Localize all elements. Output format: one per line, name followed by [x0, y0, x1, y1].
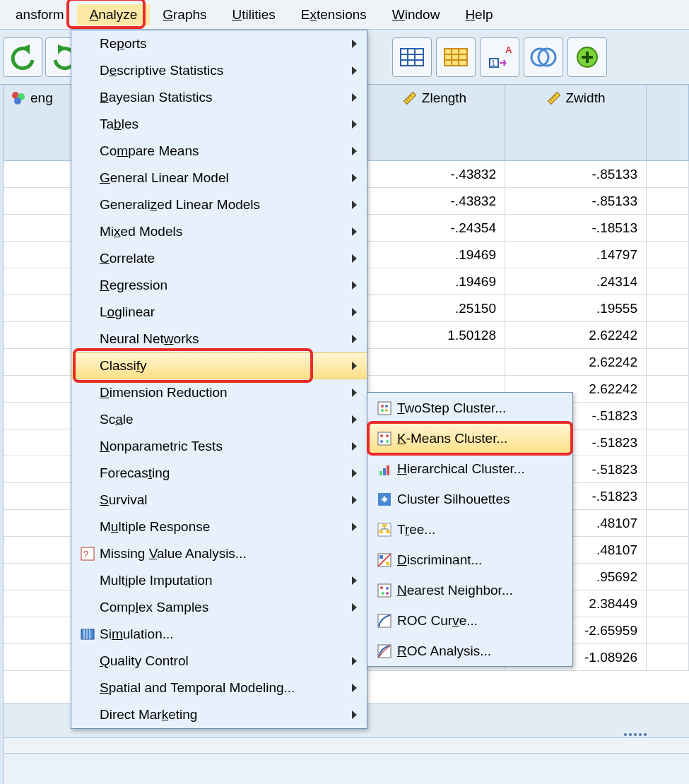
cell-blank[interactable] [647, 617, 689, 643]
classify-item-6[interactable]: Nearest Neighbor... [367, 575, 572, 605]
svg-point-33 [386, 440, 389, 443]
svg-point-28 [385, 409, 388, 412]
analyze-item-16[interactable]: Forecasting [71, 460, 367, 487]
analyze-item-24[interactable]: Spatial and Temporal Modeling... [71, 675, 367, 701]
cell-zlength[interactable]: 1.50128 [364, 322, 505, 348]
toolbar-table1[interactable] [392, 37, 432, 77]
cell-blank[interactable] [647, 403, 689, 429]
analyze-item-19[interactable]: ?Missing Value Analysis... [71, 540, 367, 567]
analyze-item-20[interactable]: Multiple Imputation [71, 567, 367, 594]
analyze-item-10[interactable]: Loglinear [71, 299, 367, 326]
column-header-zwidth[interactable]: Zwidth [505, 85, 647, 160]
analyze-item-9[interactable]: Regression [71, 272, 367, 299]
classify-item-1[interactable]: K-Means Cluster... [367, 423, 572, 453]
cell-zlength[interactable]: .19469 [364, 242, 505, 268]
cell-zlength[interactable]: .25150 [364, 295, 505, 321]
cell-blank[interactable] [647, 537, 689, 563]
analyze-item-15[interactable]: Nonparametric Tests [71, 433, 367, 460]
analyze-item-11[interactable]: Neural Networks [71, 326, 367, 352]
cell-blank[interactable] [647, 590, 689, 617]
cell-zwidth[interactable]: -.85133 [505, 161, 647, 187]
cell-blank[interactable] [647, 483, 689, 509]
cell-blank[interactable] [647, 644, 689, 670]
cell-blank[interactable] [647, 188, 689, 214]
analyze-item-4[interactable]: Compare Means [71, 138, 367, 165]
toolbar-venn[interactable] [524, 37, 563, 77]
cell-blank[interactable] [647, 161, 689, 187]
cell-zlength[interactable]: -.43832 [364, 188, 505, 214]
analyze-item-18[interactable]: Multiple Response [71, 513, 367, 540]
column-header-zlength[interactable]: Zlength [364, 85, 505, 160]
svg-text:1: 1 [491, 59, 495, 67]
menu-window[interactable]: Window [379, 4, 453, 25]
analyze-item-8[interactable]: Correlate [71, 245, 367, 272]
resize-grip[interactable] [624, 733, 647, 736]
analyze-item-3[interactable]: Tables [71, 111, 367, 138]
analyze-item-17[interactable]: Survival [71, 487, 367, 513]
venn-icon [529, 43, 558, 71]
menu-graphs[interactable]: Graphs [150, 4, 219, 25]
cell-zwidth[interactable]: -.85133 [505, 188, 647, 214]
analyze-item-2[interactable]: Bayesian Statistics [71, 84, 367, 111]
cell-blank[interactable] [647, 376, 689, 402]
cell-blank[interactable] [647, 322, 689, 348]
cell-blank[interactable] [647, 268, 689, 295]
menu-extensions[interactable]: Extensions [288, 4, 379, 25]
toolbar-add[interactable] [567, 37, 607, 77]
classify-item-7[interactable]: ROC Curve... [367, 605, 572, 636]
hier-icon [372, 461, 397, 477]
cell-blank[interactable] [647, 564, 689, 590]
toolbar-table2[interactable] [436, 37, 476, 77]
analyze-item-21[interactable]: Complex Samples [71, 594, 367, 621]
classify-item-5[interactable]: Discriminant... [367, 545, 572, 575]
analyze-item-22[interactable]: Simulation... [71, 621, 367, 648]
submenu-arrow-icon [352, 66, 357, 75]
cell-zwidth[interactable]: 2.62242 [505, 349, 647, 375]
cell-zwidth[interactable]: .14797 [505, 242, 647, 268]
cell-zlength[interactable] [364, 349, 505, 375]
classify-item-3[interactable]: Cluster Silhouettes [367, 484, 572, 514]
cell-zlength[interactable]: -.43832 [364, 161, 505, 187]
analyze-item-5[interactable]: General Linear Model [71, 165, 367, 191]
analyze-item-6[interactable]: Generalized Linear Models [71, 191, 367, 218]
cell-blank[interactable] [647, 349, 689, 375]
classify-item-8[interactable]: ROC Analysis... [367, 636, 572, 666]
analyze-item-13[interactable]: Dimension Reduction [71, 379, 367, 406]
menu-item-label: Spatial and Temporal Modeling... [100, 680, 352, 696]
cell-zwidth[interactable]: 2.62242 [505, 322, 647, 348]
menu-analyze[interactable]: Analyze [77, 4, 151, 25]
menu-help[interactable]: Help [452, 4, 505, 25]
analyze-item-23[interactable]: Quality Control [71, 648, 367, 675]
cell-blank[interactable] [647, 456, 689, 482]
classify-item-0[interactable]: TwoStep Cluster... [367, 393, 572, 423]
analyze-item-0[interactable]: Reports [71, 30, 367, 57]
menu-transform[interactable]: ansform [3, 4, 77, 25]
analyze-item-7[interactable]: Mixed Models [71, 218, 367, 245]
menu-item-label: Hierarchical Cluster... [397, 461, 563, 477]
analyze-item-25[interactable]: Direct Marketing [71, 701, 367, 728]
submenu-arrow-icon [352, 174, 357, 182]
cell-blank[interactable] [647, 295, 689, 321]
toolbar-undo[interactable] [3, 37, 42, 77]
cell-blank[interactable] [647, 510, 689, 536]
cell-blank[interactable] [647, 242, 689, 268]
scale-icon [402, 90, 418, 109]
svg-point-54 [382, 592, 384, 595]
svg-rect-49 [379, 555, 383, 559]
menu-utilities[interactable]: Utilities [220, 4, 288, 25]
svg-point-30 [380, 434, 383, 437]
cell-zlength[interactable]: -.24354 [364, 215, 505, 241]
cell-blank[interactable] [647, 215, 689, 241]
cell-zlength[interactable]: .19469 [364, 268, 505, 295]
cell-zwidth[interactable]: -.18513 [505, 215, 647, 241]
classify-item-2[interactable]: Hierarchical Cluster... [367, 453, 572, 484]
analyze-item-1[interactable]: Descriptive Statistics [71, 57, 367, 84]
classify-item-4[interactable]: Tree... [367, 514, 572, 545]
column-header-eng[interactable]: eng [4, 85, 81, 160]
analyze-item-12[interactable]: Classify [71, 352, 367, 379]
cell-zwidth[interactable]: .24314 [505, 268, 647, 295]
cell-zwidth[interactable]: .19555 [505, 295, 647, 321]
analyze-item-14[interactable]: Scale [71, 406, 367, 433]
cell-blank[interactable] [647, 429, 689, 456]
toolbar-labels[interactable]: A1 [480, 37, 519, 77]
